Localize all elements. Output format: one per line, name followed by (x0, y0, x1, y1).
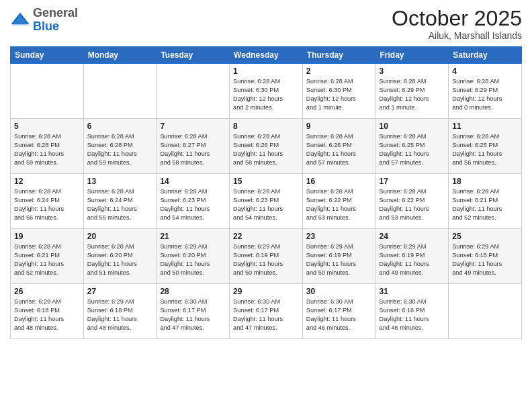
calendar-cell (157, 64, 230, 119)
day-number: 8 (233, 122, 299, 131)
day-info: Sunrise: 6:28 AM Sunset: 6:21 PM Dayligh… (14, 242, 80, 277)
header: General Blue October 2025 Ailuk, Marshal… (10, 7, 522, 41)
day-number: 28 (160, 287, 226, 296)
day-number: 20 (87, 232, 153, 241)
day-info: Sunrise: 6:28 AM Sunset: 6:23 PM Dayligh… (233, 187, 299, 222)
calendar-cell: 23Sunrise: 6:29 AM Sunset: 6:19 PM Dayli… (302, 229, 375, 284)
calendar-cell: 3Sunrise: 6:28 AM Sunset: 6:29 PM Daylig… (375, 64, 449, 119)
day-number: 18 (452, 177, 518, 186)
day-info: Sunrise: 6:28 AM Sunset: 6:27 PM Dayligh… (160, 132, 226, 167)
day-number: 22 (233, 232, 299, 241)
day-info: Sunrise: 6:28 AM Sunset: 6:20 PM Dayligh… (87, 242, 153, 277)
day-number: 25 (452, 232, 518, 241)
calendar-cell: 1Sunrise: 6:28 AM Sunset: 6:30 PM Daylig… (230, 64, 303, 119)
day-info: Sunrise: 6:29 AM Sunset: 6:19 PM Dayligh… (306, 242, 372, 277)
day-number: 29 (233, 287, 299, 296)
col-wednesday: Wednesday (230, 47, 303, 64)
calendar-cell: 15Sunrise: 6:28 AM Sunset: 6:23 PM Dayli… (230, 174, 303, 229)
calendar-cell: 19Sunrise: 6:28 AM Sunset: 6:21 PM Dayli… (11, 229, 84, 284)
logo-general: General (33, 6, 78, 19)
calendar-cell: 7Sunrise: 6:28 AM Sunset: 6:27 PM Daylig… (157, 119, 230, 174)
day-info: Sunrise: 6:28 AM Sunset: 6:22 PM Dayligh… (306, 187, 372, 222)
day-info: Sunrise: 6:30 AM Sunset: 6:17 PM Dayligh… (306, 298, 372, 332)
day-info: Sunrise: 6:28 AM Sunset: 6:26 PM Dayligh… (306, 132, 372, 167)
page: General Blue October 2025 Ailuk, Marshal… (0, 0, 532, 411)
day-number: 21 (160, 232, 226, 241)
calendar-cell: 11Sunrise: 6:28 AM Sunset: 6:25 PM Dayli… (449, 119, 522, 174)
day-number: 23 (306, 232, 372, 241)
day-number: 14 (160, 177, 226, 186)
calendar: Sunday Monday Tuesday Wednesday Thursday… (10, 46, 522, 339)
day-number: 2 (306, 66, 372, 76)
col-monday: Monday (83, 47, 157, 64)
day-info: Sunrise: 6:28 AM Sunset: 6:21 PM Dayligh… (452, 187, 518, 222)
day-info: Sunrise: 6:30 AM Sunset: 6:17 PM Dayligh… (233, 298, 299, 332)
week-row-2: 5Sunrise: 6:28 AM Sunset: 6:28 PM Daylig… (11, 119, 522, 174)
day-info: Sunrise: 6:30 AM Sunset: 6:16 PM Dayligh… (380, 298, 445, 332)
day-info: Sunrise: 6:29 AM Sunset: 6:18 PM Dayligh… (14, 298, 80, 332)
day-info: Sunrise: 6:28 AM Sunset: 6:25 PM Dayligh… (380, 132, 445, 167)
day-number: 13 (87, 177, 153, 186)
day-info: Sunrise: 6:30 AM Sunset: 6:17 PM Dayligh… (160, 298, 226, 332)
week-row-5: 26Sunrise: 6:29 AM Sunset: 6:18 PM Dayli… (11, 284, 522, 339)
week-row-1: 1Sunrise: 6:28 AM Sunset: 6:30 PM Daylig… (11, 64, 522, 119)
day-info: Sunrise: 6:29 AM Sunset: 6:18 PM Dayligh… (452, 242, 518, 277)
calendar-cell: 22Sunrise: 6:29 AM Sunset: 6:19 PM Dayli… (230, 229, 303, 284)
calendar-cell: 9Sunrise: 6:28 AM Sunset: 6:26 PM Daylig… (302, 119, 375, 174)
day-number: 31 (380, 287, 445, 296)
col-saturday: Saturday (449, 47, 522, 64)
day-info: Sunrise: 6:29 AM Sunset: 6:18 PM Dayligh… (87, 298, 153, 332)
day-info: Sunrise: 6:28 AM Sunset: 6:25 PM Dayligh… (452, 132, 518, 167)
day-info: Sunrise: 6:28 AM Sunset: 6:30 PM Dayligh… (233, 77, 299, 112)
calendar-cell (449, 284, 522, 339)
calendar-cell: 29Sunrise: 6:30 AM Sunset: 6:17 PM Dayli… (230, 284, 303, 339)
calendar-cell: 25Sunrise: 6:29 AM Sunset: 6:18 PM Dayli… (449, 229, 522, 284)
logo-text: General Blue (33, 7, 78, 34)
day-number: 7 (160, 122, 226, 131)
calendar-cell: 2Sunrise: 6:28 AM Sunset: 6:30 PM Daylig… (302, 64, 375, 119)
calendar-cell: 21Sunrise: 6:29 AM Sunset: 6:20 PM Dayli… (157, 229, 230, 284)
day-info: Sunrise: 6:28 AM Sunset: 6:24 PM Dayligh… (14, 187, 80, 222)
day-number: 9 (306, 122, 372, 131)
col-friday: Friday (375, 47, 449, 64)
calendar-cell: 10Sunrise: 6:28 AM Sunset: 6:25 PM Dayli… (375, 119, 449, 174)
calendar-cell: 31Sunrise: 6:30 AM Sunset: 6:16 PM Dayli… (375, 284, 449, 339)
week-row-4: 19Sunrise: 6:28 AM Sunset: 6:21 PM Dayli… (11, 229, 522, 284)
day-info: Sunrise: 6:28 AM Sunset: 6:30 PM Dayligh… (306, 77, 372, 112)
day-number: 3 (380, 66, 445, 76)
month-title: October 2025 (392, 7, 522, 30)
calendar-cell: 14Sunrise: 6:28 AM Sunset: 6:23 PM Dayli… (157, 174, 230, 229)
calendar-cell: 16Sunrise: 6:28 AM Sunset: 6:22 PM Dayli… (302, 174, 375, 229)
calendar-cell: 30Sunrise: 6:30 AM Sunset: 6:17 PM Dayli… (302, 284, 375, 339)
day-number: 1 (233, 66, 299, 76)
day-info: Sunrise: 6:28 AM Sunset: 6:22 PM Dayligh… (380, 187, 445, 222)
day-number: 16 (306, 177, 372, 186)
calendar-cell (83, 64, 157, 119)
calendar-cell: 26Sunrise: 6:29 AM Sunset: 6:18 PM Dayli… (11, 284, 84, 339)
calendar-cell: 4Sunrise: 6:28 AM Sunset: 6:29 PM Daylig… (449, 64, 522, 119)
day-info: Sunrise: 6:28 AM Sunset: 6:23 PM Dayligh… (160, 187, 226, 222)
calendar-cell (11, 64, 84, 119)
day-number: 26 (14, 287, 80, 296)
calendar-header-row: Sunday Monday Tuesday Wednesday Thursday… (11, 47, 522, 64)
day-number: 11 (452, 122, 518, 131)
day-number: 10 (380, 122, 445, 131)
day-info: Sunrise: 6:28 AM Sunset: 6:28 PM Dayligh… (87, 132, 153, 167)
day-info: Sunrise: 6:28 AM Sunset: 6:29 PM Dayligh… (452, 77, 518, 112)
calendar-cell: 5Sunrise: 6:28 AM Sunset: 6:28 PM Daylig… (11, 119, 84, 174)
day-number: 27 (87, 287, 153, 296)
day-info: Sunrise: 6:28 AM Sunset: 6:26 PM Dayligh… (233, 132, 299, 167)
day-number: 6 (87, 122, 153, 131)
calendar-cell: 8Sunrise: 6:28 AM Sunset: 6:26 PM Daylig… (230, 119, 303, 174)
calendar-cell: 17Sunrise: 6:28 AM Sunset: 6:22 PM Dayli… (375, 174, 449, 229)
calendar-cell: 28Sunrise: 6:30 AM Sunset: 6:17 PM Dayli… (157, 284, 230, 339)
day-info: Sunrise: 6:28 AM Sunset: 6:29 PM Dayligh… (380, 77, 445, 112)
day-number: 5 (14, 122, 80, 131)
title-block: October 2025 Ailuk, Marshall Islands (392, 7, 522, 41)
logo: General Blue (10, 7, 78, 34)
day-number: 15 (233, 177, 299, 186)
calendar-cell: 20Sunrise: 6:28 AM Sunset: 6:20 PM Dayli… (83, 229, 157, 284)
calendar-body: 1Sunrise: 6:28 AM Sunset: 6:30 PM Daylig… (11, 64, 522, 339)
day-number: 4 (452, 66, 518, 76)
day-number: 30 (306, 287, 372, 296)
